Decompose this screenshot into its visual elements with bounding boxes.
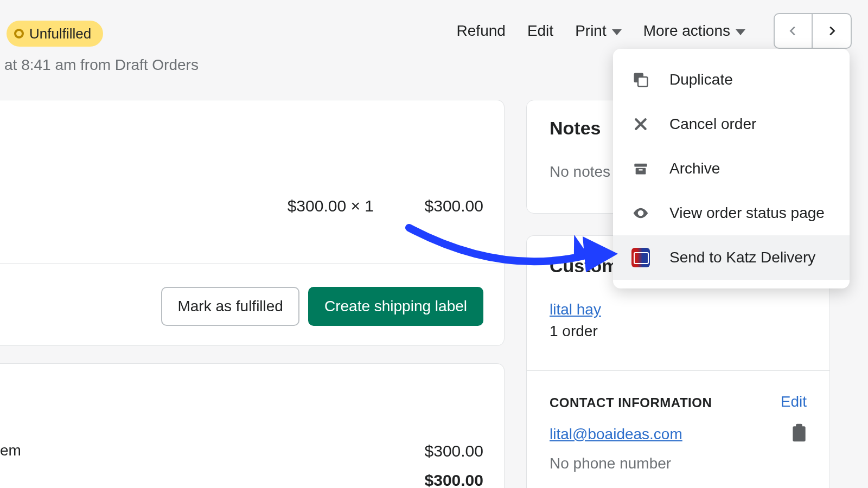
svg-rect-6 bbox=[634, 164, 647, 167]
more-actions-label: More actions bbox=[643, 22, 730, 40]
close-icon bbox=[631, 115, 650, 133]
dropdown-send-katz-label: Send to Katz Delivery bbox=[669, 249, 815, 266]
customer-email-link[interactable]: lital@boaideas.com bbox=[550, 426, 682, 443]
pager bbox=[774, 13, 852, 49]
archive-icon bbox=[631, 159, 650, 178]
contact-info-heading: CONTACT INFORMATION bbox=[550, 395, 712, 410]
toolbar: Refund Edit Print More actions bbox=[457, 13, 852, 49]
status-badge-label: Unfulfilled bbox=[29, 25, 91, 42]
summary-total: $300.00 bbox=[425, 471, 483, 488]
eye-icon bbox=[631, 204, 650, 222]
prev-button[interactable] bbox=[774, 13, 813, 49]
customer-heading: Custom bbox=[550, 255, 618, 277]
refund-button[interactable]: Refund bbox=[457, 22, 506, 40]
dropdown-cancel-order[interactable]: Cancel order bbox=[613, 102, 850, 146]
edit-button[interactable]: Edit bbox=[527, 22, 553, 40]
refund-label: Refund bbox=[457, 22, 506, 40]
edit-label: Edit bbox=[527, 22, 553, 40]
customer-phone-empty: No phone number bbox=[550, 455, 671, 472]
divider bbox=[0, 263, 504, 264]
summary-subtotal: $300.00 bbox=[425, 442, 483, 460]
notes-heading: Notes bbox=[550, 118, 601, 139]
caret-down-icon bbox=[612, 29, 622, 35]
svg-rect-7 bbox=[636, 168, 646, 175]
print-label: Print bbox=[575, 22, 607, 40]
summary-card: em $300.00 $300.00 bbox=[0, 363, 505, 488]
order-subhead: at 8:41 am from Draft Orders bbox=[4, 56, 199, 74]
dropdown-duplicate[interactable]: Duplicate bbox=[613, 57, 850, 102]
contact-edit-button[interactable]: Edit bbox=[781, 393, 807, 410]
caret-down-icon bbox=[736, 29, 745, 35]
topbar: Unfulfilled Refund Edit Print More actio… bbox=[0, 13, 868, 51]
chevron-left-icon bbox=[787, 25, 799, 37]
create-shipping-label-label: Create shipping label bbox=[324, 298, 467, 315]
customer-order-count: 1 order bbox=[550, 323, 598, 340]
more-actions-dropdown: Duplicate Cancel order Archive View orde… bbox=[613, 49, 850, 288]
status-badge-unfulfilled: Unfulfilled bbox=[7, 21, 103, 47]
svg-point-9 bbox=[639, 211, 642, 214]
duplicate-icon bbox=[631, 70, 650, 89]
svg-rect-8 bbox=[639, 169, 643, 170]
dropdown-view-status-label: View order status page bbox=[669, 204, 825, 222]
katz-delivery-icon bbox=[631, 248, 650, 267]
status-dot-icon bbox=[14, 29, 24, 38]
dropdown-archive-label: Archive bbox=[669, 160, 720, 177]
mark-fulfilled-label: Mark as fulfilled bbox=[177, 298, 283, 315]
clipboard-icon[interactable] bbox=[792, 423, 807, 442]
dropdown-cancel-label: Cancel order bbox=[669, 115, 756, 133]
chevron-right-icon bbox=[826, 25, 838, 37]
mark-fulfilled-button[interactable]: Mark as fulfilled bbox=[161, 287, 299, 326]
divider bbox=[527, 370, 829, 371]
fulfillment-card: $300.00 × 1 $300.00 Mark as fulfilled Cr… bbox=[0, 100, 505, 346]
dropdown-send-katz[interactable]: Send to Katz Delivery bbox=[613, 235, 850, 280]
print-button[interactable]: Print bbox=[575, 22, 622, 40]
svg-rect-3 bbox=[638, 77, 648, 87]
fulfillment-actions: Mark as fulfilled Create shipping label bbox=[161, 287, 483, 326]
more-actions-button[interactable]: More actions bbox=[643, 22, 745, 40]
next-button[interactable] bbox=[813, 13, 852, 49]
customer-name-link[interactable]: lital hay bbox=[550, 301, 601, 318]
dropdown-duplicate-label: Duplicate bbox=[669, 71, 733, 88]
dropdown-view-status[interactable]: View order status page bbox=[613, 191, 850, 235]
line-total: $300.00 bbox=[425, 197, 483, 215]
svg-rect-0 bbox=[793, 426, 805, 441]
line-unit-price: $300.00 × 1 bbox=[288, 197, 374, 215]
svg-rect-1 bbox=[796, 424, 802, 428]
create-shipping-label-button[interactable]: Create shipping label bbox=[308, 287, 483, 326]
dropdown-archive[interactable]: Archive bbox=[613, 146, 850, 191]
summary-fragment: em bbox=[0, 442, 21, 459]
notes-empty-text: No notes bbox=[550, 163, 610, 181]
